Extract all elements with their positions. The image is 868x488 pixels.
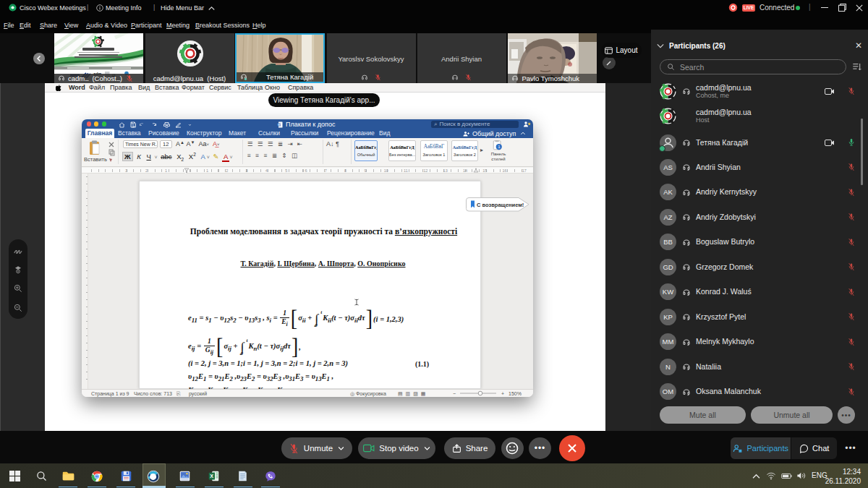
svg-text:X: X (210, 474, 213, 479)
